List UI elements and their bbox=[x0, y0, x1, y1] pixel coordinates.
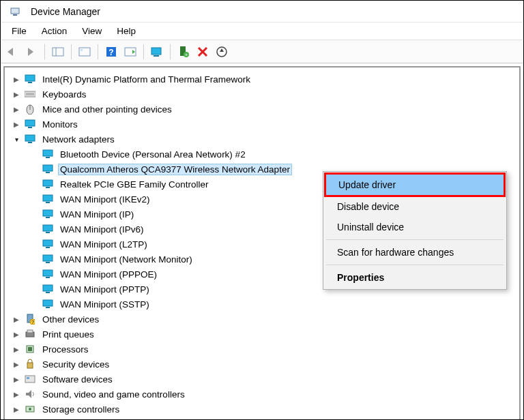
expand-icon[interactable]: ▶ bbox=[12, 314, 21, 324]
keyboard-icon bbox=[24, 88, 36, 100]
svg-rect-41 bbox=[46, 217, 50, 218]
monitor-icon bbox=[42, 178, 54, 190]
tree-label: Qualcomm Atheros QCA9377 Wireless Networ… bbox=[58, 164, 292, 175]
svg-rect-37 bbox=[46, 187, 50, 188]
expand-icon[interactable]: ▶ bbox=[12, 119, 21, 129]
tree-node-monitors[interactable]: ▶ Monitors bbox=[8, 117, 519, 132]
tree-label: Sound, video and game controllers bbox=[40, 389, 187, 400]
menu-view[interactable]: View bbox=[75, 24, 108, 38]
tree-node-network-adapters[interactable]: ▾ Network adapters bbox=[8, 132, 519, 147]
tree-node-sound[interactable]: ▶ Sound, video and game controllers bbox=[8, 387, 519, 402]
tree-node-storage[interactable]: ▶ Storage controllers bbox=[8, 402, 519, 417]
update-driver-button[interactable] bbox=[214, 44, 229, 59]
tree-node-intel-platform[interactable]: ▶ Intel(R) Dynamic Platform and Thermal … bbox=[8, 72, 519, 87]
svg-rect-49 bbox=[46, 277, 50, 278]
svg-rect-29 bbox=[28, 127, 32, 128]
context-menu-uninstall-device[interactable]: Uninstall device bbox=[325, 217, 505, 237]
svg-marker-20 bbox=[220, 48, 224, 52]
svg-rect-6 bbox=[79, 48, 90, 56]
monitor-icon bbox=[42, 298, 54, 310]
action-button[interactable] bbox=[123, 44, 138, 59]
toolbar-separator bbox=[44, 44, 45, 59]
tree-node-mice[interactable]: ▶ Mice and other pointing devices bbox=[8, 102, 519, 117]
svg-rect-42 bbox=[43, 225, 53, 231]
back-button[interactable] bbox=[5, 44, 20, 59]
svg-rect-47 bbox=[46, 262, 50, 263]
context-menu-label: Update driver bbox=[338, 179, 396, 190]
svg-rect-38 bbox=[43, 195, 53, 201]
svg-rect-0 bbox=[11, 8, 19, 14]
svg-rect-43 bbox=[46, 232, 50, 233]
context-menu-disable-device[interactable]: Disable device bbox=[325, 196, 505, 217]
monitor-icon bbox=[42, 208, 54, 220]
tree-node-other-devices[interactable]: ▶ ? Other devices bbox=[8, 312, 519, 327]
tree-node-keyboards[interactable]: ▶ Keyboards bbox=[8, 87, 519, 102]
svg-rect-40 bbox=[43, 210, 53, 216]
device-tree-panel: ▶ Intel(R) Dynamic Platform and Thermal … bbox=[3, 66, 521, 420]
other-device-icon: ? bbox=[24, 313, 36, 325]
context-menu-update-driver[interactable]: Update driver bbox=[324, 172, 506, 197]
security-icon bbox=[24, 358, 36, 370]
svg-rect-22 bbox=[28, 82, 32, 83]
context-menu-separator bbox=[326, 239, 504, 240]
expand-icon[interactable]: ▶ bbox=[12, 404, 21, 414]
svg-text:+: + bbox=[185, 52, 188, 58]
forward-button[interactable] bbox=[24, 44, 39, 59]
monitor-icon bbox=[42, 193, 54, 205]
context-menu-label: Disable device bbox=[337, 201, 399, 212]
menubar: File Action View Help bbox=[1, 22, 523, 40]
monitor-icon bbox=[24, 118, 36, 130]
tree-label: Security devices bbox=[40, 359, 111, 370]
add-legacy-button[interactable]: + bbox=[176, 44, 191, 59]
toolbar-separator bbox=[98, 44, 98, 59]
printer-icon bbox=[24, 328, 36, 340]
expand-icon[interactable]: ▶ bbox=[12, 344, 21, 354]
properties-button[interactable] bbox=[77, 44, 92, 59]
expand-icon[interactable]: ▶ bbox=[12, 104, 21, 114]
tree-label: Bluetooth Device (Personal Area Network)… bbox=[58, 149, 248, 160]
svg-point-66 bbox=[29, 408, 31, 410]
tree-label: Processors bbox=[40, 344, 91, 355]
help-button[interactable]: ? bbox=[104, 44, 119, 59]
tree-node-print-queues[interactable]: ▶ Print queues bbox=[8, 327, 519, 342]
tree-label: WAN Miniport (SSTP) bbox=[58, 299, 151, 310]
software-icon bbox=[24, 373, 36, 385]
svg-marker-3 bbox=[28, 48, 33, 56]
expand-icon[interactable]: ▶ bbox=[12, 329, 21, 339]
expand-icon[interactable]: ▶ bbox=[12, 374, 21, 384]
expand-icon[interactable]: ▶ bbox=[12, 359, 21, 369]
monitor-icon bbox=[42, 268, 54, 280]
svg-rect-51 bbox=[46, 292, 50, 293]
processor-icon bbox=[24, 343, 36, 355]
svg-rect-45 bbox=[46, 247, 50, 248]
show-hide-tree-button[interactable] bbox=[50, 44, 66, 59]
context-menu-scan-hardware[interactable]: Scan for hardware changes bbox=[325, 242, 505, 262]
svg-rect-4 bbox=[53, 48, 63, 56]
expand-icon[interactable]: ▶ bbox=[12, 89, 21, 99]
tree-node-processors[interactable]: ▶ Processors bbox=[8, 342, 519, 357]
tree-node-bt-device[interactable]: Bluetooth Device (Personal Area Network)… bbox=[25, 147, 519, 162]
scan-hardware-button[interactable] bbox=[149, 44, 164, 59]
toolbar-separator bbox=[71, 44, 72, 59]
tree-node-software-devices[interactable]: ▶ Software devices bbox=[8, 372, 519, 387]
tree-node-wan-sstp[interactable]: WAN Miniport (SSTP) bbox=[25, 297, 519, 312]
tree-label: WAN Miniport (Network Monitor) bbox=[58, 254, 194, 265]
storage-icon bbox=[24, 403, 36, 415]
svg-rect-36 bbox=[43, 180, 53, 186]
app-icon bbox=[9, 5, 21, 18]
expand-icon[interactable]: ▶ bbox=[12, 389, 21, 399]
svg-rect-23 bbox=[25, 91, 35, 97]
uninstall-button[interactable] bbox=[195, 44, 210, 59]
collapse-icon[interactable]: ▾ bbox=[12, 134, 21, 144]
titlebar: Device Manager bbox=[1, 1, 523, 22]
tree-node-security-devices[interactable]: ▶ Security devices bbox=[8, 357, 519, 372]
menu-action[interactable]: Action bbox=[35, 24, 74, 38]
svg-rect-52 bbox=[43, 300, 53, 306]
svg-rect-31 bbox=[28, 142, 32, 143]
svg-rect-7 bbox=[81, 49, 83, 51]
menu-help[interactable]: Help bbox=[110, 24, 143, 38]
svg-rect-48 bbox=[43, 270, 53, 276]
menu-file[interactable]: File bbox=[5, 24, 33, 38]
context-menu-properties[interactable]: Properties bbox=[325, 267, 505, 288]
expand-icon[interactable]: ▶ bbox=[12, 74, 21, 84]
